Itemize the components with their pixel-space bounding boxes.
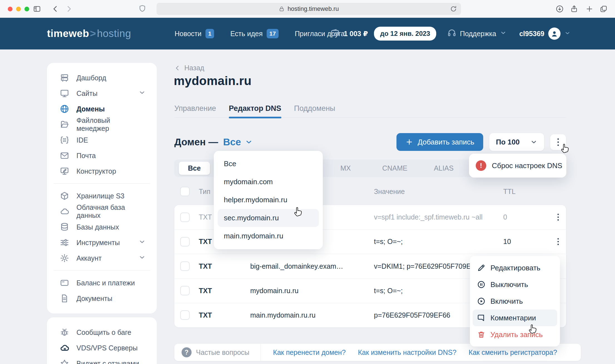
tab-dns-editor[interactable]: Редактор DNS xyxy=(229,99,281,117)
share-icon[interactable] xyxy=(570,5,578,14)
hand-cursor xyxy=(559,142,571,155)
monitor-icon xyxy=(60,89,69,98)
bug-icon xyxy=(60,328,69,337)
logo-separator: > xyxy=(90,28,96,39)
logo[interactable]: timeweb > hosting xyxy=(47,18,131,49)
record-context-menu: Редактировать Выключить Включить Коммент… xyxy=(470,256,560,346)
logo-timeweb: timeweb xyxy=(47,28,89,39)
balance-amount: 1 003 ₽ xyxy=(344,30,368,38)
pencil-icon xyxy=(477,264,485,272)
sidebar-item-cloud-db[interactable]: Облачная база данных xyxy=(47,204,157,219)
row-kebab-button[interactable] xyxy=(552,238,564,245)
zoom-window-button[interactable] xyxy=(24,7,29,11)
username: cl95369 xyxy=(519,30,544,38)
add-record-button[interactable]: Добавить запись xyxy=(396,133,483,151)
dropdown-item-helper[interactable]: helper.mydomain.ru xyxy=(214,191,323,209)
row-checkbox[interactable] xyxy=(180,213,190,222)
tab-subdomains[interactable]: Поддомены xyxy=(294,99,335,117)
chevron-down-icon xyxy=(245,138,253,146)
menu-item-disable[interactable]: Выключить xyxy=(470,276,560,293)
sidebar-item-constructor[interactable]: Конструктор xyxy=(47,163,157,179)
domain-dropdown: Все mydomain.com helper.mydomain.ru sec.… xyxy=(214,151,323,249)
balance[interactable]: 1 003 ₽ xyxy=(330,28,368,39)
new-tab-icon[interactable] xyxy=(585,5,594,14)
reload-icon[interactable] xyxy=(450,5,457,14)
shield-icon[interactable] xyxy=(138,4,147,14)
sidebar-divider xyxy=(54,183,150,184)
row-kebab-button[interactable] xyxy=(552,214,564,221)
gear-icon xyxy=(60,253,69,263)
sidebar-item-vds-servers[interactable]: VDS/VPS Серверы xyxy=(47,340,157,356)
close-window-button[interactable] xyxy=(8,7,13,11)
filter-alias[interactable]: ALIAS xyxy=(434,159,454,177)
link-change-registrar[interactable]: Как сменить регистратора? xyxy=(469,348,557,356)
chevron-down-icon xyxy=(564,30,571,38)
sidebar-item-account[interactable]: Аккаунт xyxy=(47,250,157,266)
row-checkbox[interactable] xyxy=(180,237,190,246)
link-transfer-domain[interactable]: Как перенести домен? xyxy=(273,348,346,356)
chevron-down-icon xyxy=(530,138,537,146)
dropdown-item-mydomain-com[interactable]: mydomain.com xyxy=(214,173,323,191)
select-all-checkbox[interactable] xyxy=(180,187,190,196)
domain-select[interactable]: Домен — Все xyxy=(174,136,253,148)
sidebar-item-mail[interactable]: Почта xyxy=(47,148,157,163)
address-bar[interactable]: hosting.timeweb.ru xyxy=(157,3,461,15)
sidebar-item-documents[interactable]: Документы xyxy=(47,291,157,306)
per-page-select[interactable]: По 100 xyxy=(489,133,544,151)
row-checkbox[interactable] xyxy=(180,310,190,320)
nav-news[interactable]: Новости 1 xyxy=(175,29,214,38)
due-date-badge[interactable]: до 12 янв. 2023 xyxy=(374,27,436,41)
reset-dns-menu[interactable]: ! Сброс настроек DNS xyxy=(469,154,566,178)
comment-icon xyxy=(477,314,485,322)
row-checkbox[interactable] xyxy=(180,286,190,295)
sidebar-item-domains[interactable]: Домены xyxy=(47,101,157,117)
chevron-down-icon xyxy=(500,29,507,38)
forward-icon[interactable] xyxy=(65,5,73,14)
support-menu[interactable]: Поддержка xyxy=(447,28,506,39)
chevron-down-icon xyxy=(138,89,146,98)
dropdown-item-all[interactable]: Все xyxy=(214,155,323,173)
sidebar-item-dashboard[interactable]: Дашборд xyxy=(47,70,157,86)
sidebar-item-databases[interactable]: Базы данных xyxy=(47,219,157,235)
menu-item-delete[interactable]: Удалить запись xyxy=(470,326,560,343)
menu-item-edit[interactable]: Редактировать xyxy=(470,260,560,276)
downloads-icon[interactable] xyxy=(556,5,564,14)
back-link[interactable]: Назад xyxy=(174,64,204,72)
account-menu[interactable]: cl95369 xyxy=(519,28,571,40)
nav-idea[interactable]: Есть идея 17 xyxy=(230,29,279,38)
row-checkbox[interactable] xyxy=(180,261,190,271)
headphones-icon xyxy=(447,28,456,39)
controls-row: Домен — Все Добавить запись По 100 xyxy=(174,133,566,151)
sidebar-item-report-bug[interactable]: Сообщить о баге xyxy=(47,325,157,340)
minimize-window-button[interactable] xyxy=(16,7,21,11)
menu-item-enable[interactable]: Включить xyxy=(470,293,560,310)
filter-all[interactable]: Все xyxy=(179,162,210,175)
column-ttl: TTL xyxy=(503,188,552,196)
filter-cname[interactable]: CNAME xyxy=(382,159,407,177)
dropdown-item-main[interactable]: main.mydomain.ru xyxy=(214,227,323,245)
tab-management[interactable]: Управление xyxy=(174,99,216,117)
filter-mx[interactable]: MX xyxy=(340,159,351,177)
sidebar-item-sites[interactable]: Сайты xyxy=(47,86,157,101)
trash-icon xyxy=(477,330,485,339)
sidebar-toggle-icon[interactable] xyxy=(33,5,41,14)
url-text: hosting.timeweb.ru xyxy=(287,5,339,13)
sidebar: Дашборд Сайты Домены Файловый менеджер I… xyxy=(47,63,157,313)
window-controls[interactable] xyxy=(8,7,29,11)
sidebar-item-file-manager[interactable]: Файловый менеджер xyxy=(47,117,157,132)
sidebar-item-tools[interactable]: Инструменты xyxy=(47,235,157,250)
browser-toolbar: hosting.timeweb.ru xyxy=(0,0,615,18)
globe-icon xyxy=(60,104,69,114)
sidebar-item-s3-storage[interactable]: Хранилище S3 xyxy=(47,188,157,204)
header-nav: Новости 1 Есть идея 17 Пригласи друга xyxy=(175,18,345,49)
tab-overview-icon[interactable] xyxy=(599,5,608,14)
question-icon: ? xyxy=(182,347,192,357)
sidebar-item-reviews-widget[interactable]: Виджет с отзывами xyxy=(47,356,157,364)
cloud-server-icon xyxy=(60,343,69,353)
sidebar-item-ide[interactable]: IDE xyxy=(47,132,157,148)
news-badge: 1 xyxy=(205,29,214,38)
sidebar-item-balance[interactable]: Баланс и платежи xyxy=(47,275,157,291)
back-icon[interactable] xyxy=(51,5,60,14)
link-change-dns[interactable]: Как изменить настройки DNS? xyxy=(358,348,457,356)
menu-item-comments[interactable]: Комментарии xyxy=(473,310,557,326)
